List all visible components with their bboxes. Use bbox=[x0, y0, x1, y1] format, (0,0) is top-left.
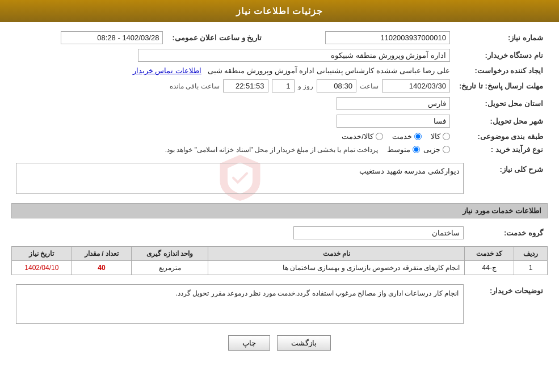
need-desc-label: شرح کلی نیاز: bbox=[468, 161, 548, 196]
services-data-table: ردیف کد خدمت نام خدمت واحد اندازه گیری ت… bbox=[11, 246, 548, 275]
remaining-value: 22:51:53 bbox=[223, 79, 268, 92]
category-khedmat[interactable]: خدمت bbox=[392, 132, 422, 141]
announce-label: تاریخ و ساعت اعلان عمومی: bbox=[167, 29, 266, 47]
col-header-code: کد خدمت bbox=[465, 247, 514, 261]
need-number-label: شماره نیاز: bbox=[455, 29, 548, 47]
col-header-row: ردیف bbox=[514, 247, 548, 261]
requester-label: ایجاد کننده درخواست: bbox=[455, 64, 548, 77]
col-header-date: تاریخ نیاز bbox=[12, 247, 72, 261]
day-value: 1 bbox=[272, 79, 295, 92]
need-number-value: 1102003937000010 bbox=[325, 31, 450, 44]
requester-value: علی رضا عباسی ششده کارشناس پشتیبانی ادار… bbox=[208, 66, 450, 75]
cell-qty: 40 bbox=[72, 261, 132, 275]
category-label: طبقه بندی موضوعی: bbox=[455, 130, 548, 143]
need-desc-value: دیوارکشی مدرسه شهید دستغیب bbox=[16, 163, 464, 194]
info-table: شماره نیاز: 1102003937000010 تاریخ و ساع… bbox=[11, 29, 548, 156]
content-area: شماره نیاز: 1102003937000010 تاریخ و ساع… bbox=[0, 22, 559, 362]
service-group-label: گروه خدمت: bbox=[468, 224, 548, 242]
service-group-value: ساختمان bbox=[293, 226, 464, 239]
process-jozii[interactable]: جزیی bbox=[423, 145, 450, 154]
city-label: شهر محل تحویل: bbox=[455, 112, 548, 130]
cell-row: 1 bbox=[514, 261, 548, 275]
time-value: 08:30 bbox=[317, 79, 356, 92]
remaining-label: ساعت باقی مانده bbox=[170, 82, 220, 90]
contact-link[interactable]: اطلاعات تماس خریدار bbox=[133, 66, 201, 75]
date-value: 1402/03/30 bbox=[382, 79, 450, 92]
category-kala[interactable]: کالا bbox=[431, 132, 450, 141]
page-container: جزئیات اطلاعات نیاز شماره نیاز: 11020039… bbox=[0, 0, 559, 392]
buyer-desc-label: توضیحات خریدار: bbox=[468, 282, 548, 326]
table-row: 1 ج-44 انجام کارهای متفرقه درخصوص بازساز… bbox=[12, 261, 548, 275]
process-note: پرداخت تمام یا بخشی از مبلغ خریدار از مح… bbox=[165, 146, 378, 154]
province-value: فارس bbox=[337, 97, 450, 110]
buyer-desc-value: انجام کار درساعات اداری واز مصالح مرغوب … bbox=[16, 284, 464, 324]
col-header-qty: تعداد / مقدار bbox=[72, 247, 132, 261]
process-motevaset[interactable]: متوسط bbox=[387, 145, 420, 154]
day-label: روز و bbox=[298, 82, 313, 90]
page-header: جزئیات اطلاعات نیاز bbox=[0, 0, 559, 22]
province-label: استان محل تحویل: bbox=[455, 95, 548, 112]
services-title: اطلاعات خدمات مورد نیاز bbox=[11, 203, 548, 218]
print-button[interactable]: چاپ bbox=[228, 335, 270, 351]
col-header-unit: واحد اندازه گیری bbox=[132, 247, 208, 261]
cell-unit: مترمربع bbox=[132, 261, 208, 275]
time-label: ساعت bbox=[360, 82, 379, 90]
cell-name: انجام کارهای متفرقه درخصوص بازسازی و بهس… bbox=[208, 261, 465, 275]
city-value: فسا bbox=[337, 115, 450, 128]
buyer-desc-table: توضیحات خریدار: انجام کار درساعات اداری … bbox=[11, 282, 548, 326]
col-header-name: نام خدمت bbox=[208, 247, 465, 261]
service-group-table: گروه خدمت: ساختمان bbox=[11, 224, 548, 242]
buyer-value: اداره آموزش وپرورش منطقه شبیکوه bbox=[138, 49, 450, 62]
announce-value: 1402/03/28 - 08:28 bbox=[61, 31, 163, 44]
category-kala-khedmat[interactable]: کالا/خدمت bbox=[342, 132, 383, 141]
date-label: مهلت ارسال پاسخ: تا تاریخ: bbox=[455, 77, 548, 95]
need-desc-table: شرح کلی نیاز: دیوارکشی مدرسه شهید دستغیب bbox=[11, 161, 548, 196]
services-section: اطلاعات خدمات مورد نیاز گروه خدمت: ساختم… bbox=[11, 203, 548, 275]
cell-code: ج-44 bbox=[465, 261, 514, 275]
process-label: نوع فرآیند خرید : bbox=[455, 143, 548, 156]
buyer-label: نام دستگاه خریدار: bbox=[455, 47, 548, 64]
back-button[interactable]: بازگشت bbox=[277, 335, 331, 351]
bottom-buttons: بازگشت چاپ bbox=[11, 335, 548, 351]
page-title: جزئیات اطلاعات نیاز bbox=[236, 6, 323, 16]
cell-date: 1402/04/10 bbox=[12, 261, 72, 275]
